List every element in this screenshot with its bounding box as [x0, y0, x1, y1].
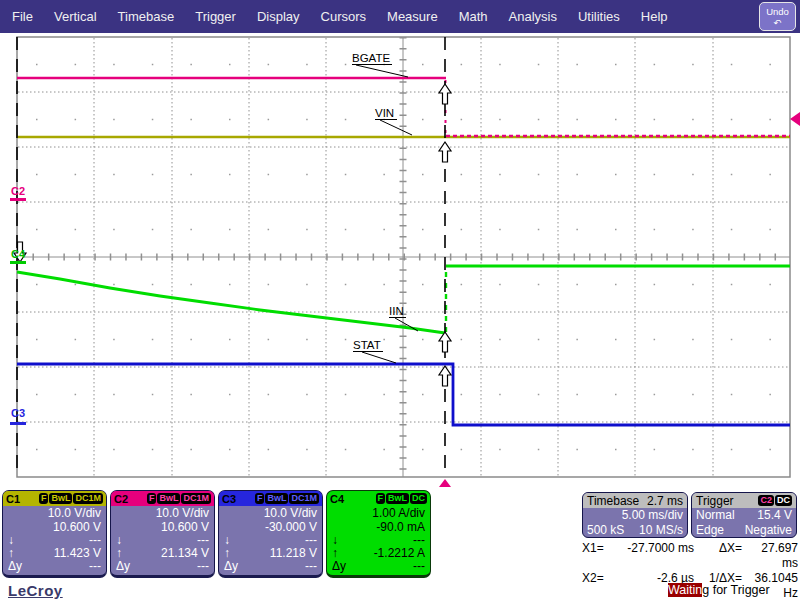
c3-zero-tick	[10, 422, 26, 425]
oscilloscope-screen: File Vertical Timebase Trigger Display C…	[0, 0, 800, 600]
callout-stat	[362, 352, 396, 363]
timebase-scale: 5.00 ms/div	[622, 508, 683, 523]
waveform-display[interactable]: C2 C4 C3 BGATE VIN IIN STAT	[0, 35, 800, 490]
trigger-mode: Normal	[696, 508, 735, 523]
dx-value: 27.697 ms	[742, 541, 798, 571]
menu-vertical[interactable]: Vertical	[54, 9, 97, 24]
trace-c4-iin-decay	[17, 272, 445, 333]
c1-badge-bwl: BwL	[49, 493, 72, 504]
menu-analysis[interactable]: Analysis	[509, 9, 557, 24]
label-bgate: BGATE	[352, 52, 390, 64]
timebase-box[interactable]: Timebase 2.7 ms 5.00 ms/div 500 kS10 MS/…	[582, 492, 688, 538]
c3-zero-label: C3	[11, 407, 25, 419]
c4-badge-f: F	[376, 493, 386, 504]
c1-name: C1	[6, 493, 20, 505]
c2-scale: 10.0 V/div	[111, 506, 214, 520]
c3-badge-coupling: DC1M	[289, 493, 319, 504]
menu-bar: File Vertical Timebase Trigger Display C…	[0, 0, 800, 33]
timebase-samples: 500 kS	[587, 523, 624, 538]
status-highlight: Waitin	[668, 583, 702, 597]
c3-scale: 10.0 V/div	[219, 506, 322, 520]
cursor-arrow-iin	[439, 332, 451, 352]
c4-offset: -90.0 mA	[327, 520, 430, 534]
dx-label: ΔX=	[694, 541, 742, 571]
undo-icon: ↶	[760, 17, 795, 28]
c4-zero-label: C4	[11, 248, 26, 260]
trigger-title: Trigger	[696, 494, 734, 508]
label-vin: VIN	[375, 107, 394, 119]
c1-offset: 10.600 V	[3, 520, 106, 534]
menu-trigger[interactable]: Trigger	[195, 9, 236, 24]
c1-scale: 10.0 V/div	[3, 506, 106, 520]
trigger-slope: Negative	[745, 523, 792, 538]
timebase-delay: 2.7 ms	[647, 494, 683, 508]
c2-name: C2	[114, 493, 128, 505]
c4-badge-bwl: BwL	[386, 493, 409, 504]
lecroy-logo: LeCroy	[8, 582, 63, 599]
cursor-arrow-bgate	[439, 84, 451, 104]
c2-zero-tick	[10, 198, 26, 201]
c4-badge-coupling: DC	[410, 493, 427, 504]
trigger-position-marker[interactable]	[439, 479, 451, 487]
acquisition-status: Waiting for Trigger	[668, 583, 770, 597]
menu-utilities[interactable]: Utilities	[578, 9, 620, 24]
c4-cursor-dy: Δy---	[327, 560, 430, 573]
c1-badge-coupling: DC1M	[73, 493, 103, 504]
channel-descriptor-c1[interactable]: C1 F BwL DC1M 10.0 V/div 10.600 V ↓--- ↑…	[2, 490, 107, 578]
menu-display[interactable]: Display	[257, 9, 300, 24]
label-iin: IIN	[389, 305, 404, 317]
c1-cursor-dy: Δy---	[3, 560, 106, 573]
channel-descriptor-c4[interactable]: C4 F BwL DC 1.00 A/div -90.0 mA ↓--- ↑-1…	[326, 490, 431, 578]
c2-zero-label: C2	[11, 185, 25, 197]
menu-measure[interactable]: Measure	[387, 9, 438, 24]
x1-value: -27.7000 ms	[612, 541, 694, 571]
c3-badge-f: F	[255, 493, 265, 504]
timebase-title: Timebase	[587, 494, 639, 508]
menu-file[interactable]: File	[12, 9, 33, 24]
undo-label: Undo	[760, 6, 795, 17]
cursor-arrow-vin	[439, 142, 451, 162]
trigger-level: 15.4 V	[757, 508, 792, 523]
channel-descriptor-c2[interactable]: C2 F BwL DC1M 10.0 V/div 10.600 V ↓--- ↑…	[110, 490, 215, 578]
trigger-type: Edge	[696, 523, 724, 538]
status-rest: g for Trigger	[702, 583, 769, 597]
c3-badge-bwl: BwL	[265, 493, 288, 504]
menu-math[interactable]: Math	[459, 9, 488, 24]
c3-cursor-dy: Δy---	[219, 560, 322, 573]
undo-button[interactable]: Undo ↶	[759, 2, 796, 31]
trigger-level-marker[interactable]	[790, 112, 800, 126]
c2-badge-f: F	[147, 493, 157, 504]
timebase-rate: 10 MS/s	[639, 523, 683, 538]
menu-help[interactable]: Help	[641, 9, 668, 24]
x2-label: X2=	[582, 571, 612, 600]
channel-descriptor-c3[interactable]: C3 F BwL DC1M 10.0 V/div -30.000 V ↓--- …	[218, 490, 323, 578]
callout-iin	[395, 318, 418, 331]
c2-badge-coupling: DC1M	[181, 493, 211, 504]
label-stat: STAT	[353, 339, 381, 351]
c4-zero-tick	[10, 261, 26, 264]
trigger-coupling-badge: DC	[775, 495, 792, 506]
c4-name: C4	[330, 493, 344, 505]
menu-cursors[interactable]: Cursors	[321, 9, 367, 24]
c4-scale: 1.00 A/div	[327, 506, 430, 520]
grid	[17, 37, 790, 477]
c3-name: C3	[222, 493, 236, 505]
trigger-source-badge: C2	[758, 495, 774, 506]
c3-offset: -30.000 V	[219, 520, 322, 534]
x1-label: X1=	[582, 541, 612, 571]
callout-vin	[380, 120, 412, 135]
trigger-box[interactable]: Trigger C2 DC Normal15.4 V EdgeNegative	[691, 492, 797, 538]
c2-badge-bwl: BwL	[157, 493, 180, 504]
c2-cursor-dy: Δy---	[111, 560, 214, 573]
menu-timebase[interactable]: Timebase	[118, 9, 175, 24]
c2-offset: 10.600 V	[111, 520, 214, 534]
c1-badge-f: F	[39, 493, 49, 504]
cursor-arrow-stat	[439, 366, 451, 386]
cursor-arrows[interactable]	[14, 84, 451, 386]
